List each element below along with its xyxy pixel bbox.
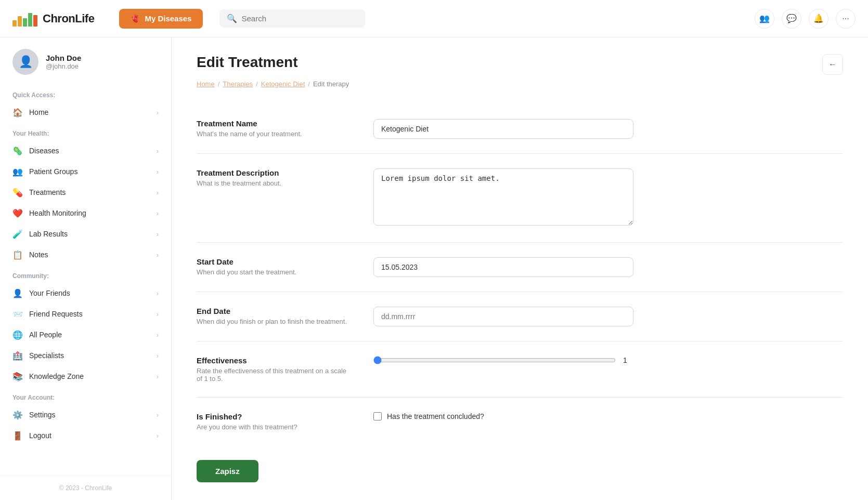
form-section-start-date: Start Date When did you start the treatm… xyxy=(197,243,843,292)
description-desc: What is the treatment about. xyxy=(197,179,353,187)
people-icon-button[interactable]: 👥 xyxy=(755,9,774,29)
description-title: Treatment Description xyxy=(197,168,353,177)
chevron-right-icon: › xyxy=(157,432,159,440)
effectiveness-desc: Rate the effectiveness of this treatment… xyxy=(197,367,353,383)
breadcrumb-home[interactable]: Home xyxy=(197,80,215,88)
more-icon-button[interactable]: ··· xyxy=(836,9,856,29)
sidebar-footer: © 2023 - ChronLife xyxy=(0,476,171,500)
friend-requests-icon: 📨 xyxy=(12,309,23,319)
sidebar-item-lab-results[interactable]: 🧪 Lab Results › xyxy=(0,223,171,244)
is-finished-checkbox[interactable] xyxy=(373,412,382,420)
sidebar-patient-groups-label: Patient Groups xyxy=(29,167,77,176)
my-diseases-button[interactable]: 🫀 My Diseases xyxy=(119,9,203,29)
sidebar-item-friend-requests[interactable]: 📨 Friend Requests › xyxy=(0,304,171,324)
user-name: John Doe xyxy=(46,54,81,62)
sidebar-health-monitoring-label: Health Monitoring xyxy=(29,209,86,217)
logo: ChronLife xyxy=(12,10,94,27)
page-title: Edit Treatment xyxy=(197,54,297,71)
sidebar-home-label: Home xyxy=(29,108,48,116)
chevron-right-icon: › xyxy=(157,209,159,217)
main-content: Edit Treatment ← Home / Therapies / Keto… xyxy=(172,37,868,500)
health-monitoring-icon: ❤️ xyxy=(12,208,23,218)
avatar: 👤 xyxy=(12,49,38,75)
sidebar-item-specialists[interactable]: 🏥 Specialists › xyxy=(0,345,171,366)
settings-icon: ⚙️ xyxy=(12,410,23,420)
patient-groups-icon: 👥 xyxy=(12,166,23,177)
bell-icon-button[interactable]: 🔔 xyxy=(809,9,828,29)
description-label-area: Treatment Description What is the treatm… xyxy=(197,168,353,187)
is-finished-checkbox-label[interactable]: Has the treatment concluded? xyxy=(387,412,484,420)
my-diseases-icon: 🫀 xyxy=(131,14,140,23)
end-date-desc: When did you finish or plan to finish th… xyxy=(197,318,353,325)
treatment-name-desc: What's the name of your treatment. xyxy=(197,130,353,138)
chevron-right-icon: › xyxy=(157,331,159,339)
treatment-name-title: Treatment Name xyxy=(197,119,353,128)
treatment-name-control xyxy=(373,119,843,139)
sidebar-item-your-friends[interactable]: 👤 Your Friends › xyxy=(0,283,171,304)
sidebar-item-patient-groups[interactable]: 👥 Patient Groups › xyxy=(0,161,171,182)
effectiveness-label-area: Effectiveness Rate the effectiveness of … xyxy=(197,356,353,383)
user-info: John Doe @john.doe xyxy=(46,54,81,70)
breadcrumb-therapies[interactable]: Therapies xyxy=(223,80,253,88)
end-date-input[interactable] xyxy=(373,307,633,326)
slider-wrap: 1 xyxy=(373,356,633,364)
form-section-treatment-name: Treatment Name What's the name of your t… xyxy=(197,104,843,154)
sidebar-item-notes[interactable]: 📋 Notes › xyxy=(0,244,171,265)
form-section-effectiveness: Effectiveness Rate the effectiveness of … xyxy=(197,341,843,398)
chevron-right-icon: › xyxy=(157,373,159,380)
search-input[interactable] xyxy=(241,14,358,23)
sidebar-diseases-label: Diseases xyxy=(29,147,59,155)
is-finished-title: Is Finished? xyxy=(197,412,353,421)
sidebar-item-treatments[interactable]: 💊 Treatments › xyxy=(0,182,171,203)
sidebar-logout-label: Logout xyxy=(29,431,51,440)
svg-rect-2 xyxy=(23,18,27,27)
chevron-right-icon: › xyxy=(157,310,159,318)
chevron-right-icon: › xyxy=(157,251,159,259)
chevron-right-icon: › xyxy=(157,147,159,155)
effectiveness-value: 1 xyxy=(623,356,633,364)
user-handle: @john.doe xyxy=(46,62,81,70)
treatment-name-input[interactable] xyxy=(373,119,633,139)
breadcrumb-sep-2: / xyxy=(256,80,258,88)
sidebar-friend-requests-label: Friend Requests xyxy=(29,310,83,318)
your-friends-icon: 👤 xyxy=(12,288,23,298)
chevron-right-icon: › xyxy=(157,352,159,360)
is-finished-desc: Are you done with this treatment? xyxy=(197,423,353,431)
all-people-icon: 🌐 xyxy=(12,330,23,340)
chevron-right-icon: › xyxy=(157,168,159,176)
sidebar-item-home[interactable]: 🏠 Home › xyxy=(0,102,171,123)
home-icon: 🏠 xyxy=(12,107,23,117)
sidebar-item-knowledge-zone[interactable]: 📚 Knowledge Zone › xyxy=(0,366,171,387)
save-button[interactable]: Zapisz xyxy=(197,460,258,482)
sidebar-item-logout[interactable]: 🚪 Logout › xyxy=(0,425,171,446)
description-textarea[interactable] xyxy=(373,168,633,226)
logout-icon: 🚪 xyxy=(12,430,23,441)
sidebar-user: 👤 John Doe @john.doe xyxy=(0,37,171,84)
chevron-right-icon: › xyxy=(157,189,159,196)
svg-rect-3 xyxy=(28,13,32,27)
breadcrumb-ketogenic-diet[interactable]: Ketogenic Diet xyxy=(261,80,305,88)
logo-icon xyxy=(12,10,37,27)
is-finished-label-area: Is Finished? Are you done with this trea… xyxy=(197,412,353,431)
your-health-label: Your Health: xyxy=(0,123,171,140)
form-section-end-date: End Date When did you finish or plan to … xyxy=(197,292,843,341)
specialists-icon: 🏥 xyxy=(12,350,23,361)
chevron-right-icon: › xyxy=(157,230,159,238)
form-section-is-finished: Is Finished? Are you done with this trea… xyxy=(197,398,843,445)
start-date-input[interactable] xyxy=(373,257,633,277)
topnav: ChronLife 🫀 My Diseases 🔍 👥 💬 🔔 ··· xyxy=(0,0,868,37)
svg-rect-1 xyxy=(18,16,22,27)
community-label: Community: xyxy=(0,265,171,283)
sidebar-your-friends-label: Your Friends xyxy=(29,289,70,297)
sidebar-item-settings[interactable]: ⚙️ Settings › xyxy=(0,404,171,425)
sidebar-item-diseases[interactable]: 🦠 Diseases › xyxy=(0,140,171,161)
sidebar-item-health-monitoring[interactable]: ❤️ Health Monitoring › xyxy=(0,203,171,223)
sidebar-treatments-label: Treatments xyxy=(29,188,66,196)
back-button[interactable]: ← xyxy=(822,54,843,75)
effectiveness-slider[interactable] xyxy=(373,356,616,364)
effectiveness-control: 1 xyxy=(373,356,843,364)
search-area: 🔍 xyxy=(219,9,365,28)
sidebar-all-people-label: All People xyxy=(29,331,62,339)
sidebar-item-all-people[interactable]: 🌐 All People › xyxy=(0,324,171,345)
chat-icon-button[interactable]: 💬 xyxy=(782,9,801,29)
